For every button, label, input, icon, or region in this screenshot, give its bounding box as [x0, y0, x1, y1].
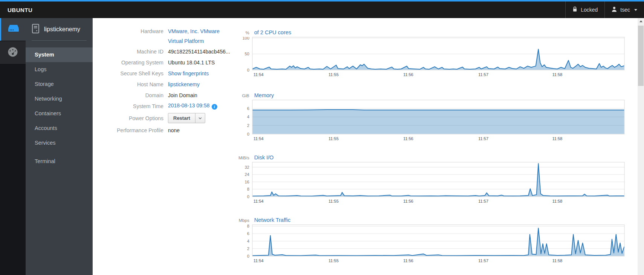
system-time-link[interactable]: 2018-08-13 09:58 — [168, 102, 210, 108]
svg-text:100: 100 — [243, 37, 249, 40]
ssh-keys-label: Secure Shell Keys — [93, 70, 168, 76]
sidebar-nav: System Logs Storage Networking Container… — [26, 41, 93, 169]
sidebar-item-services[interactable]: Services — [26, 136, 93, 150]
svg-text:11:55: 11:55 — [328, 199, 339, 203]
disk-io-unit-label: MiB/s — [222, 156, 252, 160]
sidebar-item-accounts[interactable]: Accounts — [26, 121, 93, 136]
sidebar-item-logs[interactable]: Logs — [26, 62, 93, 77]
svg-text:11:56: 11:56 — [403, 258, 414, 263]
user-name: tsec — [620, 7, 630, 13]
svg-text:11:55: 11:55 — [328, 258, 339, 263]
power-options-label: Power Options — [93, 115, 168, 121]
svg-text:32: 32 — [245, 165, 249, 170]
svg-text:11:54: 11:54 — [253, 258, 264, 263]
svg-text:11:55: 11:55 — [328, 72, 339, 77]
svg-text:11:57: 11:57 — [478, 199, 488, 203]
memory-chart-title-link[interactable]: Memory — [252, 92, 274, 98]
performance-profile-label: Performance Profile — [93, 127, 168, 133]
svg-text:0: 0 — [247, 132, 249, 136]
svg-text:11:58: 11:58 — [552, 136, 562, 141]
sidebar-item-storage[interactable]: Storage — [26, 77, 93, 92]
scrollbar-up-arrow[interactable] — [638, 18, 644, 24]
host-name-field-label: Host Name — [93, 81, 168, 87]
svg-text:0: 0 — [247, 254, 249, 258]
lock-icon — [572, 6, 577, 13]
svg-text:11:57: 11:57 — [478, 136, 488, 141]
svg-text:11:56: 11:56 — [403, 136, 414, 141]
charts-column: % of 2 CPU cores 10050011:5411:5511:5611… — [222, 29, 633, 267]
svg-text:11:58: 11:58 — [552, 258, 562, 263]
svg-text:4: 4 — [247, 115, 249, 119]
svg-text:16: 16 — [245, 180, 249, 184]
svg-text:8: 8 — [247, 225, 249, 228]
os-value: Ubuntu 18.04.1 LTS — [168, 60, 215, 66]
svg-text:6: 6 — [247, 231, 249, 236]
network-unit-label: Mbps — [222, 218, 252, 223]
cpu-chart: % of 2 CPU cores 10050011:5411:5511:5611… — [222, 29, 633, 81]
svg-text:50: 50 — [245, 52, 249, 56]
svg-text:11:58: 11:58 — [552, 72, 562, 77]
host-icon — [32, 24, 40, 35]
cpu-chart-title-link[interactable]: of 2 CPU cores — [252, 29, 291, 35]
rail-item-current-machine[interactable] — [0, 18, 26, 41]
hardware-label: Hardware — [93, 26, 168, 36]
sidebar-item-terminal[interactable]: Terminal — [26, 154, 93, 169]
svg-text:4: 4 — [247, 239, 249, 243]
cpu-unit-label: % — [222, 31, 252, 35]
restart-button[interactable]: Restart — [168, 113, 195, 123]
masthead: UBUNTU Locked tsec — [0, 0, 644, 18]
memory-unit-label: GiB — [222, 93, 252, 98]
network-chart-title-link[interactable]: Network Traffic — [252, 217, 290, 223]
sidebar-item-containers[interactable]: Containers — [26, 106, 93, 121]
user-menu[interactable]: tsec — [604, 2, 644, 18]
main-content: Hardware VMware, Inc. VMwareVirtual Plat… — [93, 18, 638, 275]
join-domain-value[interactable]: Join Domain — [168, 92, 197, 98]
chevron-down-icon — [198, 117, 202, 119]
machine-id-value: 49c1822514114bacb456... — [168, 49, 230, 55]
svg-text:11:54: 11:54 — [253, 72, 264, 77]
svg-text:24: 24 — [245, 172, 249, 177]
network-traffic-chart: Mbps Network Traffic 8642011:5411:5511:5… — [222, 217, 633, 267]
host-name-link[interactable]: lipstickenemy — [168, 81, 200, 87]
sidebar-item-networking[interactable]: Networking — [26, 92, 93, 106]
svg-text:2: 2 — [247, 246, 249, 251]
svg-text:11:55: 11:55 — [328, 136, 339, 141]
locked-label: Locked — [581, 7, 598, 13]
svg-text:8: 8 — [247, 187, 249, 191]
disk-io-chart: MiB/s Disk I/O 3224168011:5411:5511:5611… — [222, 154, 633, 207]
locked-indicator[interactable]: Locked — [565, 2, 604, 18]
host-selector[interactable]: lipstickenemy — [26, 18, 93, 40]
hardware-link[interactable]: VMware, Inc. VMwareVirtual Platform — [168, 26, 220, 46]
domain-label: Domain — [93, 92, 168, 98]
sidebar: lipstickenemy System Logs Storage Networ… — [26, 18, 93, 275]
show-fingerprints-link[interactable]: Show fingerprints — [168, 70, 209, 76]
server-icon — [7, 24, 20, 35]
gauge-icon — [7, 47, 18, 59]
disk-io-chart-plot: 3224168011:5411:5511:5611:5711:58 — [222, 162, 633, 207]
performance-profile-value: none — [168, 127, 180, 133]
svg-text:11:57: 11:57 — [478, 72, 488, 77]
svg-text:0: 0 — [247, 68, 249, 72]
svg-text:11:57: 11:57 — [478, 258, 488, 263]
restart-dropdown-toggle[interactable] — [195, 113, 205, 123]
svg-text:11:56: 11:56 — [403, 72, 414, 77]
svg-text:0: 0 — [247, 194, 249, 199]
disk-io-chart-title-link[interactable]: Disk I/O — [252, 154, 274, 160]
chevron-down-icon — [634, 9, 637, 11]
memory-chart: GiB Memory 642011:5411:5511:5611:5711:58 — [222, 92, 633, 145]
network-chart-plot: 8642011:5411:5511:5611:5711:58 — [222, 225, 633, 267]
sidebar-item-system[interactable]: System — [26, 47, 93, 62]
svg-text:6: 6 — [247, 106, 249, 111]
svg-text:11:54: 11:54 — [253, 136, 264, 141]
restart-split-button: Restart — [168, 113, 205, 123]
rail-item-dashboard[interactable] — [0, 41, 26, 64]
scrollbar-thumb[interactable] — [638, 26, 644, 86]
page-scrollbar[interactable] — [638, 18, 644, 275]
brand-label: UBUNTU — [0, 7, 32, 13]
memory-chart-plot: 642011:5411:5511:5611:5711:58 — [222, 100, 633, 145]
time-info-icon[interactable]: i — [212, 104, 217, 110]
user-icon — [612, 6, 617, 13]
svg-text:2: 2 — [247, 123, 249, 128]
svg-text:11:54: 11:54 — [253, 199, 264, 203]
cpu-chart-plot: 10050011:5411:5511:5611:5711:58 — [222, 37, 633, 81]
